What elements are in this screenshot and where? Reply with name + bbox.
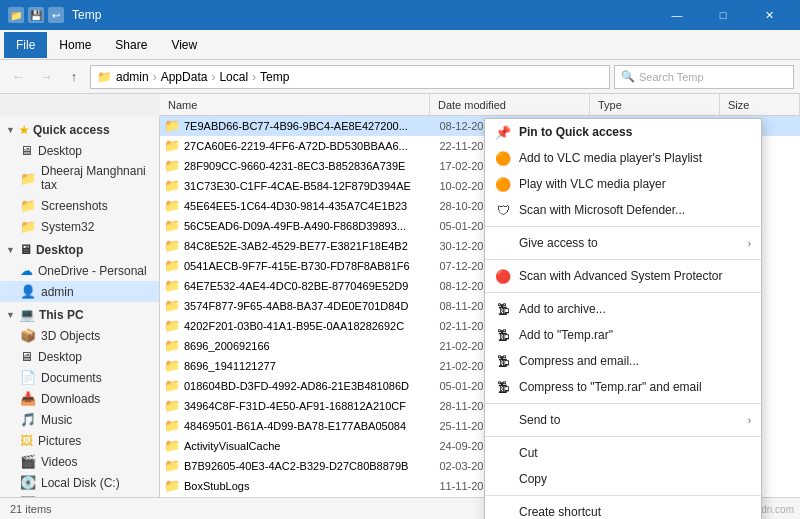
sidebar-item-admin[interactable]: 👤 admin	[0, 281, 159, 302]
col-header-date[interactable]: Date modified	[430, 94, 590, 115]
ctx-item-label: Add to archive...	[519, 302, 606, 316]
file-folder-icon: 📁	[164, 258, 180, 274]
context-menu-item[interactable]: 🗜Compress and email...	[485, 348, 761, 374]
back-button[interactable]: ←	[6, 65, 30, 89]
tab-file[interactable]: File	[4, 32, 47, 58]
search-box[interactable]: 🔍 Search Temp	[614, 65, 794, 89]
path-appdata: AppData	[161, 70, 208, 84]
tab-home[interactable]: Home	[47, 32, 103, 58]
file-name: 8696_1941121277	[184, 360, 439, 372]
file-name: 56C5EAD6-D09A-49FB-A490-F868D39893...	[184, 220, 439, 232]
this-pc-icon: 💻	[19, 307, 35, 322]
ctx-item-label: Compress to "Temp.rar" and email	[519, 380, 702, 394]
context-menu-item[interactable]: 🗜Compress to "Temp.rar" and email	[485, 374, 761, 400]
ctx-item-icon: 🟠	[495, 150, 511, 166]
tab-share[interactable]: Share	[103, 32, 159, 58]
sidebar-item-onedrive[interactable]: ☁ OneDrive - Personal	[0, 260, 159, 281]
ctx-item-label: Send to	[519, 413, 560, 427]
maximize-button[interactable]: □	[700, 0, 746, 30]
context-menu-item[interactable]: Cut	[485, 440, 761, 466]
ctx-item-icon	[495, 445, 511, 461]
ctx-separator	[485, 259, 761, 260]
title-bar: 📁 💾 ↩ Temp — □ ✕	[0, 0, 800, 30]
file-name: ActivityVisualCache	[184, 440, 439, 452]
sidebar-item-disk-c[interactable]: 💽 Local Disk (C:)	[0, 472, 159, 493]
close-button[interactable]: ✕	[746, 0, 792, 30]
context-menu-item[interactable]: Create shortcut	[485, 499, 761, 519]
tab-view[interactable]: View	[159, 32, 209, 58]
quick-access-header[interactable]: ▼ ★ Quick access	[0, 120, 159, 140]
col-header-type[interactable]: Type	[590, 94, 720, 115]
disk-d-icon: 💽	[20, 496, 36, 497]
context-menu-item[interactable]: 🗜Add to "Temp.rar"	[485, 322, 761, 348]
system32-folder-icon: 📁	[20, 219, 36, 234]
up-button[interactable]: ↑	[62, 65, 86, 89]
file-folder-icon: 📁	[164, 158, 180, 174]
onedrive-icon: ☁	[20, 263, 33, 278]
this-pc-header[interactable]: ▼ 💻 This PC	[0, 304, 159, 325]
ctx-item-label: Add to VLC media player's Playlist	[519, 151, 702, 165]
disk-c-icon: 💽	[20, 475, 36, 490]
sidebar-item-3d[interactable]: 📦 3D Objects	[0, 325, 159, 346]
sidebar-item-desktop-qa[interactable]: 🖥 Desktop	[0, 140, 159, 161]
this-pc-arrow: ▼	[6, 310, 15, 320]
ctx-item-icon: 🟠	[495, 176, 511, 192]
context-menu-item[interactable]: 🔴Scan with Advanced System Protector	[485, 263, 761, 289]
desktop-pc-icon: 🖥	[20, 349, 33, 364]
desktop-arrow: ▼	[6, 245, 15, 255]
sidebar-item-music[interactable]: 🎵 Music	[0, 409, 159, 430]
ctx-item-label: Give access to	[519, 236, 598, 250]
sidebar-label-system32: System32	[41, 220, 94, 234]
sidebar-label-documents: Documents	[41, 371, 102, 385]
context-menu-item[interactable]: Send to›	[485, 407, 761, 433]
col-header-size[interactable]: Size	[720, 94, 800, 115]
sidebar-item-desktop-pc[interactable]: 🖥 Desktop	[0, 346, 159, 367]
context-menu-item[interactable]: Copy	[485, 466, 761, 492]
quick-access-arrow: ▼	[6, 125, 15, 135]
sidebar-item-downloads[interactable]: 📥 Downloads	[0, 388, 159, 409]
desktop-section-header[interactable]: ▼ 🖥 Desktop	[0, 239, 159, 260]
ctx-item-icon: 🔴	[495, 268, 511, 284]
context-menu-item[interactable]: 🛡Scan with Microsoft Defender...	[485, 197, 761, 223]
path-admin: admin	[116, 70, 149, 84]
ctx-item-icon: 🛡	[495, 202, 511, 218]
minimize-button[interactable]: —	[654, 0, 700, 30]
ctx-separator	[485, 436, 761, 437]
ctx-separator	[485, 495, 761, 496]
file-folder-icon: 📁	[164, 238, 180, 254]
desktop-icon: 🖥	[20, 143, 33, 158]
ctx-item-label: Scan with Advanced System Protector	[519, 269, 722, 283]
sidebar-item-pictures[interactable]: 🖼 Pictures	[0, 430, 159, 451]
sidebar-item-disk-d[interactable]: 💽 Local Disk (D:)	[0, 493, 159, 497]
sidebar-item-screenshots[interactable]: 📁 Screenshots	[0, 195, 159, 216]
this-pc-label: This PC	[39, 308, 84, 322]
context-menu-item[interactable]: Give access to›	[485, 230, 761, 256]
file-folder-icon: 📁	[164, 378, 180, 394]
file-folder-icon: 📁	[164, 398, 180, 414]
file-folder-icon: 📁	[164, 458, 180, 474]
context-menu: 📌Pin to Quick access🟠Add to VLC media pl…	[484, 118, 762, 519]
sidebar-label-disk-d: Local Disk (D:)	[41, 497, 120, 498]
dheeraj-folder-icon: 📁	[20, 171, 36, 186]
sidebar-item-videos[interactable]: 🎬 Videos	[0, 451, 159, 472]
context-menu-item[interactable]: 🗜Add to archive...	[485, 296, 761, 322]
sidebar-item-dheeraj[interactable]: 📁 Dheeraj Manghnani tax	[0, 161, 159, 195]
address-path[interactable]: 📁 admin › AppData › Local › Temp	[90, 65, 610, 89]
sidebar-item-system32[interactable]: 📁 System32	[0, 216, 159, 237]
file-folder-icon: 📁	[164, 298, 180, 314]
file-folder-icon: 📁	[164, 178, 180, 194]
forward-button[interactable]: →	[34, 65, 58, 89]
ctx-separator	[485, 292, 761, 293]
context-menu-item[interactable]: 📌Pin to Quick access	[485, 119, 761, 145]
context-menu-item[interactable]: 🟠Play with VLC media player	[485, 171, 761, 197]
ctx-item-label: Pin to Quick access	[519, 125, 632, 139]
desktop-section-icon: 🖥	[19, 242, 32, 257]
col-header-name[interactable]: Name	[160, 94, 430, 115]
sidebar-label-videos: Videos	[41, 455, 77, 469]
ctx-item-label: Add to "Temp.rar"	[519, 328, 613, 342]
ctx-item-icon	[495, 235, 511, 251]
context-menu-item[interactable]: 🟠Add to VLC media player's Playlist	[485, 145, 761, 171]
ctx-item-label: Create shortcut	[519, 505, 601, 519]
sidebar-item-documents[interactable]: 📄 Documents	[0, 367, 159, 388]
music-icon: 🎵	[20, 412, 36, 427]
